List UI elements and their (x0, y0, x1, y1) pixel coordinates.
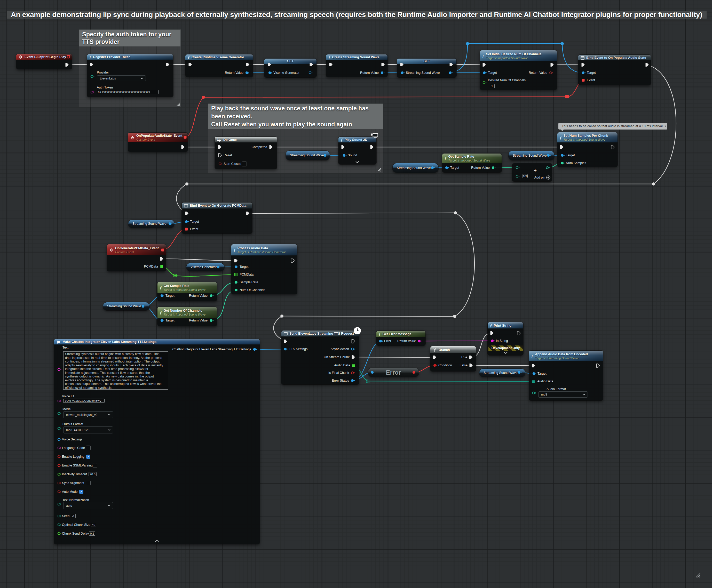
svg-text:1: 1 (217, 138, 218, 140)
